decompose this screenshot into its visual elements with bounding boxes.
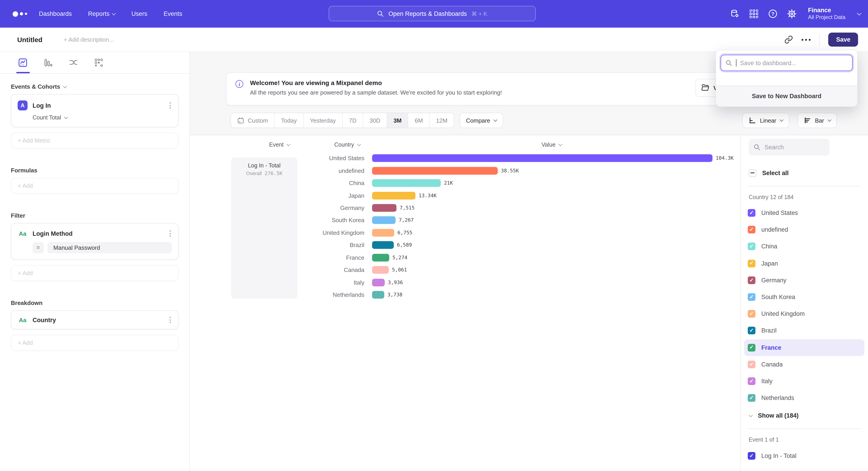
checkbox-china[interactable]: ✓	[748, 243, 755, 251]
bar[interactable]	[372, 291, 384, 299]
range-6m[interactable]: 6M	[408, 113, 430, 127]
select-all-row[interactable]: Select all	[749, 166, 861, 180]
country-legend-list: ✓United States✓undefined✓China✓Japan✓Ger…	[748, 205, 861, 407]
bar[interactable]	[372, 192, 415, 199]
legend-item-country[interactable]: ✓Japan	[744, 255, 864, 272]
metric-card-log-in[interactable]: A Log In Count Total	[11, 94, 179, 127]
checkbox-brazil[interactable]: ✓	[748, 327, 755, 334]
legend-item-country[interactable]: ✓undefined	[744, 221, 864, 238]
legend-item-country[interactable]: ✓South Korea	[744, 289, 864, 305]
add-filter-button[interactable]: + Add	[11, 265, 179, 281]
filter-card-login-method[interactable]: Aa Login Method = Manual Password	[11, 223, 179, 260]
tab-retention[interactable]	[91, 55, 106, 70]
checkbox-japan[interactable]: ✓	[748, 260, 755, 267]
legend-search-input[interactable]: Search	[749, 139, 830, 156]
range-12m[interactable]: 12M	[430, 113, 454, 127]
project-chevron-down-icon[interactable]	[857, 11, 862, 16]
nav-item-reports[interactable]: Reports	[88, 10, 115, 17]
apps-grid-icon[interactable]	[749, 9, 759, 19]
legend-item-country[interactable]: ✓Netherlands	[744, 389, 864, 406]
breakdown-kebab-icon[interactable]	[168, 316, 172, 324]
checkbox-united-states[interactable]: ✓	[748, 209, 755, 217]
filter-kebab-icon[interactable]	[168, 229, 172, 238]
bar[interactable]	[372, 278, 385, 286]
scale-selector-button[interactable]: Linear	[742, 113, 789, 128]
settings-gear-icon[interactable]	[787, 9, 797, 19]
checkbox-germany[interactable]: ✓	[748, 276, 755, 284]
legend-item-country[interactable]: ✓Brazil	[744, 322, 864, 339]
bar[interactable]	[372, 167, 498, 174]
save-button[interactable]: Save	[829, 33, 858, 47]
bar-category-label: Germany	[190, 205, 364, 211]
checkbox-canada[interactable]: ✓	[748, 361, 755, 368]
range-yesterday[interactable]: Yesterday	[304, 113, 343, 127]
bar[interactable]	[372, 254, 389, 261]
add-breakdown-button[interactable]: + Add	[11, 335, 179, 351]
tab-flows[interactable]	[66, 55, 81, 70]
legend-item-country[interactable]: ✓Germany	[744, 272, 864, 289]
add-metric-button[interactable]: + Add Metric	[11, 133, 179, 148]
copy-link-icon[interactable]	[784, 35, 793, 44]
legend-item-country[interactable]: ✓Canada	[744, 356, 864, 373]
column-header-value[interactable]: Value	[541, 142, 561, 148]
legend-item-country[interactable]: ✓China	[744, 238, 864, 255]
info-icon: i	[236, 80, 243, 88]
range-7d[interactable]: 7D	[343, 113, 363, 127]
bar[interactable]	[372, 204, 397, 212]
help-icon[interactable]: ?	[768, 9, 778, 19]
legend-item-country[interactable]: ✓United States	[744, 205, 864, 221]
column-header-country[interactable]: Country	[334, 142, 360, 148]
show-all-button[interactable]: Show all (184)	[748, 409, 861, 422]
bar[interactable]	[372, 179, 441, 187]
checkbox-france[interactable]: ✓	[748, 344, 755, 351]
nav-item-dashboards[interactable]: Dashboards	[39, 10, 72, 17]
checkbox-south-korea[interactable]: ✓	[748, 293, 755, 301]
add-description-button[interactable]: + Add description...	[64, 36, 114, 43]
checkbox-united-kingdom[interactable]: ✓	[748, 310, 755, 318]
compare-button[interactable]: Compare	[460, 113, 503, 128]
checkbox-undefined[interactable]: ✓	[748, 226, 755, 234]
breakdown-property-name[interactable]: Country	[33, 317, 56, 323]
save-dashboard-search-input[interactable]: Save to dashboard...	[721, 55, 852, 71]
report-title[interactable]: Untitled	[17, 36, 42, 43]
add-formula-button[interactable]: + Add	[11, 178, 179, 194]
checkbox-netherlands[interactable]: ✓	[748, 394, 755, 402]
bar[interactable]	[372, 229, 394, 237]
breakdown-card-country[interactable]: Aa Country	[11, 311, 179, 329]
metric-kebab-icon[interactable]	[168, 101, 172, 110]
bar[interactable]	[372, 266, 389, 274]
filter-property-name[interactable]: Login Method	[33, 230, 72, 237]
date-range-segmented-control: CustomTodayYesterday7D30D3M6M12M	[230, 113, 454, 128]
legend-item-country[interactable]: ✓United Kingdom	[744, 305, 864, 322]
save-to-new-dashboard-button[interactable]: Save to New Dashboard	[716, 86, 857, 106]
range-today[interactable]: Today	[275, 113, 304, 127]
nav-item-users[interactable]: Users	[131, 10, 147, 17]
tab-insights[interactable]	[16, 55, 30, 70]
range-3m[interactable]: 3M	[387, 113, 408, 127]
data-management-icon[interactable]	[730, 9, 740, 19]
filter-operator-chip[interactable]: =	[33, 242, 44, 254]
range-30d[interactable]: 30D	[363, 113, 387, 127]
global-search-button[interactable]: Open Reports & Dashboards ⌘ + K	[329, 6, 536, 21]
chart-type-button[interactable]: Bar	[797, 113, 837, 128]
checkbox-italy[interactable]: ✓	[748, 377, 755, 385]
project-switcher[interactable]: Finance All Project Data	[808, 6, 845, 21]
bar[interactable]	[372, 216, 396, 224]
legend-item-country[interactable]: ✓France	[744, 339, 864, 356]
events-cohorts-label[interactable]: Events & Cohorts	[11, 83, 179, 90]
filter-value-chip[interactable]: Manual Password	[48, 242, 172, 254]
bar[interactable]	[372, 241, 394, 249]
tab-funnels[interactable]	[41, 55, 55, 70]
legend-item-country[interactable]: ✓Italy	[744, 373, 864, 389]
legend-item-event[interactable]: ✓Log In - Total	[744, 448, 864, 465]
select-all-checkbox[interactable]	[749, 169, 756, 177]
column-header-event[interactable]: Event	[269, 142, 290, 148]
more-actions-icon[interactable]	[802, 39, 811, 40]
mixpanel-logo-icon[interactable]	[13, 11, 27, 17]
nav-item-events[interactable]: Events	[164, 10, 182, 17]
bar[interactable]	[372, 154, 712, 162]
range-custom[interactable]: Custom	[231, 113, 275, 127]
metric-event-name[interactable]: Log In	[33, 102, 51, 109]
metric-aggregation-dropdown[interactable]: Count Total	[33, 115, 172, 121]
checkbox-log-in---total[interactable]: ✓	[748, 452, 755, 460]
